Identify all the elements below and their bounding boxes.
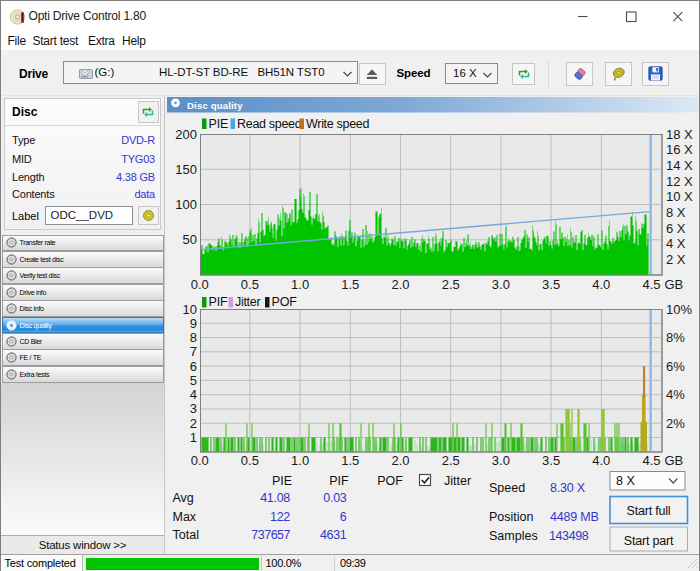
svg-text:8.30 X: 8.30 X	[550, 481, 586, 495]
svg-text:0.03: 0.03	[323, 491, 346, 505]
svg-text:GB: GB	[665, 277, 684, 292]
svg-text:6: 6	[190, 359, 197, 374]
svg-text:Disc quality: Disc quality	[187, 100, 243, 111]
svg-text:1.5: 1.5	[341, 277, 359, 292]
svg-text:Max: Max	[173, 510, 197, 524]
svg-text:Write speed: Write speed	[306, 117, 370, 131]
svg-text:8%: 8%	[666, 330, 685, 345]
svg-text:737657: 737657	[251, 528, 290, 542]
svg-text:Speed: Speed	[489, 481, 525, 495]
svg-text:41.08: 41.08	[260, 491, 290, 505]
svg-text:Avg: Avg	[173, 491, 194, 505]
svg-text:100: 100	[175, 197, 197, 212]
svg-text:0.0: 0.0	[191, 277, 209, 292]
svg-text:7: 7	[190, 344, 197, 359]
svg-text:12 X: 12 X	[666, 174, 693, 189]
svg-text:2%: 2%	[666, 416, 685, 431]
svg-text:2.0: 2.0	[391, 277, 409, 292]
svg-text:2.0: 2.0	[391, 453, 409, 468]
svg-text:4489 MB: 4489 MB	[550, 510, 599, 524]
svg-text:Start full: Start full	[627, 504, 671, 518]
svg-text:4631: 4631	[320, 528, 347, 542]
svg-text:150: 150	[175, 162, 197, 177]
svg-text:1: 1	[190, 430, 197, 445]
svg-text:200: 200	[175, 127, 197, 142]
svg-text:Position: Position	[489, 510, 534, 524]
svg-text:8 X: 8 X	[666, 205, 686, 220]
svg-text:POF: POF	[377, 474, 403, 488]
svg-text:10 X: 10 X	[666, 189, 693, 204]
svg-text:4.0: 4.0	[592, 453, 610, 468]
svg-text:10%: 10%	[666, 302, 692, 317]
svg-text:9: 9	[190, 316, 197, 331]
svg-text:3.5: 3.5	[542, 453, 560, 468]
svg-text:PIF: PIF	[209, 295, 228, 309]
svg-text:8 X: 8 X	[616, 474, 635, 488]
svg-text:0.5: 0.5	[241, 277, 259, 292]
svg-text:PIF: PIF	[329, 474, 349, 488]
svg-text:4: 4	[190, 387, 197, 402]
svg-text:3.5: 3.5	[542, 277, 560, 292]
svg-text:10: 10	[183, 302, 197, 317]
svg-text:0.0: 0.0	[191, 453, 209, 468]
svg-text:1.0: 1.0	[291, 453, 309, 468]
svg-text:8: 8	[190, 330, 197, 345]
svg-text:POF: POF	[272, 295, 298, 309]
svg-text:50: 50	[183, 232, 197, 247]
svg-text:4.0: 4.0	[592, 277, 610, 292]
svg-text:4.5: 4.5	[642, 453, 660, 468]
svg-text:Start part: Start part	[624, 534, 674, 548]
svg-text:16 X: 16 X	[666, 142, 693, 157]
svg-text:0.5: 0.5	[241, 453, 259, 468]
svg-text:6: 6	[340, 510, 347, 524]
svg-text:18 X: 18 X	[666, 127, 693, 142]
svg-text:4 X: 4 X	[666, 236, 686, 251]
svg-text:Read speed: Read speed	[237, 117, 302, 131]
svg-text:143498: 143498	[549, 529, 589, 543]
svg-text:Samples: Samples	[489, 529, 538, 543]
svg-text:1.0: 1.0	[291, 277, 309, 292]
svg-text:6%: 6%	[666, 359, 685, 374]
svg-text:GB: GB	[665, 453, 684, 468]
svg-text:Total: Total	[173, 528, 199, 542]
svg-text:14 X: 14 X	[666, 158, 693, 173]
svg-text:2 X: 2 X	[666, 252, 686, 267]
svg-text:122: 122	[270, 510, 290, 524]
svg-text:3.0: 3.0	[492, 453, 510, 468]
svg-text:2.5: 2.5	[442, 453, 460, 468]
svg-text:3: 3	[190, 401, 197, 416]
svg-text:PIE: PIE	[272, 474, 292, 488]
svg-text:6 X: 6 X	[666, 221, 686, 236]
svg-text:5: 5	[190, 373, 197, 388]
svg-text:4.5: 4.5	[642, 277, 660, 292]
svg-text:2.5: 2.5	[442, 277, 460, 292]
svg-text:2: 2	[190, 416, 197, 431]
svg-text:Jitter: Jitter	[235, 295, 260, 309]
svg-text:Jitter: Jitter	[444, 474, 471, 488]
svg-text:1.5: 1.5	[341, 453, 359, 468]
svg-text:3.0: 3.0	[492, 277, 510, 292]
svg-text:4%: 4%	[666, 387, 685, 402]
svg-text:PIE: PIE	[209, 117, 229, 131]
